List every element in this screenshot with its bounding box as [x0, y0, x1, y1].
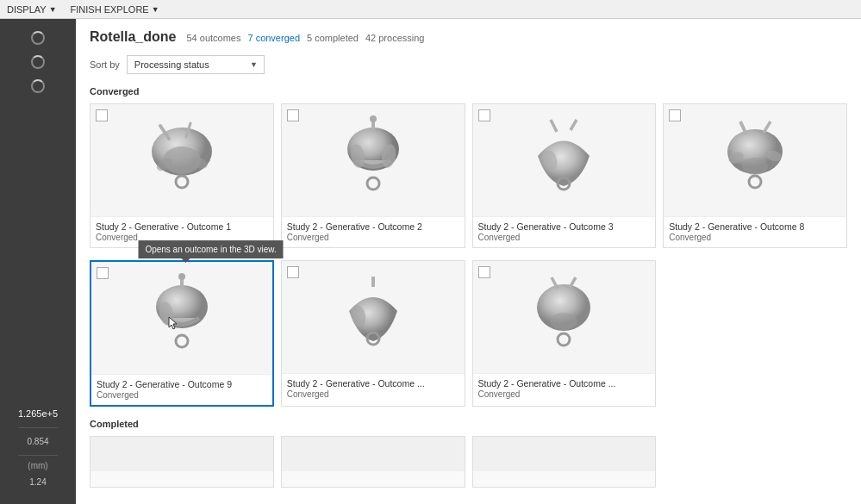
sort-select-wrapper[interactable]: Processing status Name Date: [127, 55, 265, 74]
outcome-1-shape: [139, 113, 225, 208]
finish-explore-arrow-icon: ▼: [152, 5, 159, 14]
sidebar-sub-value: 0.854: [23, 433, 52, 450]
spinner-3: [31, 79, 45, 93]
card-4-info: Study 2 - Generative - Outcome 8 Converg…: [664, 216, 846, 247]
card-11-image: [473, 261, 656, 373]
left-sidebar: 1.265e+5 0.854 (mm) 1.24: [0, 19, 76, 504]
card-11-checkbox[interactable]: [478, 266, 490, 278]
card-11-title: Study 2 - Generative - Outcome ...: [478, 378, 651, 389]
card-10-status: Converged: [287, 389, 459, 399]
card-11-status: Converged: [478, 389, 651, 399]
card-1-title: Study 2 - Generative - Outcome 1: [96, 221, 268, 232]
card-4-status: Converged: [669, 233, 841, 242]
card-1-status: Converged: [96, 233, 268, 242]
finish-explore-button[interactable]: FINISH EXPLORE ▼: [71, 4, 159, 15]
sidebar-unit: (mm): [28, 461, 47, 470]
card-outcome-1[interactable]: Study 2 - Generative - Outcome 1 Converg…: [90, 103, 274, 248]
card-outcome-10[interactable]: Study 2 - Generative - Outcome ... Conve…: [281, 260, 465, 407]
card-3-title: Study 2 - Generative - Outcome 3: [478, 221, 651, 232]
svg-point-4: [176, 176, 188, 188]
sort-select[interactable]: Processing status Name Date: [127, 55, 265, 74]
card-2-checkbox[interactable]: [287, 109, 299, 121]
card-1-image: [90, 104, 273, 216]
card-9-info: Study 2 - Generative - Outcome 9 Converg…: [91, 374, 272, 405]
display-button[interactable]: DISPLAY ▼: [7, 4, 57, 15]
project-stats: 54 outcomes 7 converged 5 completed 42 p…: [186, 33, 424, 43]
outcome-11-shape: [521, 270, 607, 364]
card-10-checkbox[interactable]: [287, 266, 299, 278]
sidebar-divider-2: [18, 455, 58, 456]
svg-point-36: [550, 313, 577, 330]
sort-label: Sort by: [90, 59, 120, 70]
spinner-2: [31, 55, 45, 69]
card-9-title: Study 2 - Generative - Outcome 9: [97, 379, 267, 389]
card-3-info: Study 2 - Generative - Outcome 3 Converg…: [473, 216, 656, 247]
project-header: Rotella_done 54 outcomes 7 converged 5 c…: [90, 29, 847, 45]
spinner-1: [31, 31, 45, 45]
card-3-image: [473, 104, 656, 216]
empty-slot: [663, 260, 847, 407]
card-4-image: [664, 104, 846, 216]
stat-completed: 5 completed: [307, 33, 359, 43]
card-11-info: Study 2 - Generative - Outcome ... Conve…: [473, 373, 656, 404]
svg-point-9: [370, 115, 377, 122]
outcome-10-shape: [330, 270, 416, 364]
converged-section-label: Converged: [90, 86, 847, 96]
svg-point-27: [176, 335, 188, 347]
sidebar-bottom: 1.265e+5 0.854 (mm) 1.24: [0, 398, 76, 497]
completed-card-1[interactable]: [90, 436, 274, 488]
card-outcome-9[interactable]: Opens an outcome in the 3D view.: [90, 260, 274, 407]
finish-explore-label: FINISH EXPLORE: [71, 4, 149, 15]
outcome-3-shape: [521, 113, 607, 208]
stat-outcomes: 54 outcomes: [186, 33, 240, 43]
completed-card-3[interactable]: [472, 436, 657, 488]
converged-cards-row1: Study 2 - Generative - Outcome 1 Converg…: [90, 103, 847, 248]
main-layout: 1.265e+5 0.854 (mm) 1.24 Rotella_done 54…: [0, 19, 861, 504]
card-10-image: [282, 261, 465, 373]
card-9-image: [91, 262, 272, 374]
card-2-image: [282, 104, 465, 216]
completed-empty-slot: [663, 436, 847, 488]
card-4-checkbox[interactable]: [669, 109, 681, 121]
card-outcome-3[interactable]: Study 2 - Generative - Outcome 3 Converg…: [472, 103, 657, 248]
card-9-status: Converged: [97, 390, 267, 400]
svg-point-35: [558, 333, 570, 345]
outcome-8-shape: [712, 113, 798, 208]
sort-row: Sort by Processing status Name Date: [90, 55, 847, 74]
card-2-title: Study 2 - Generative - Outcome 2: [287, 221, 459, 232]
svg-point-26: [178, 273, 185, 280]
svg-line-19: [764, 121, 771, 133]
converged-cards-row2: Opens an outcome in the 3D view.: [90, 260, 847, 407]
card-4-title: Study 2 - Generative - Outcome 8: [669, 221, 841, 232]
card-2-info: Study 2 - Generative - Outcome 2 Converg…: [282, 216, 465, 247]
card-10-title: Study 2 - Generative - Outcome ...: [287, 378, 459, 389]
svg-line-13: [551, 120, 557, 132]
card-3-checkbox[interactable]: [478, 109, 490, 121]
sidebar-divider: [18, 427, 58, 428]
card-1-checkbox[interactable]: [96, 109, 108, 121]
stat-processing: 42 processing: [365, 33, 425, 43]
top-bar: DISPLAY ▼ FINISH EXPLORE ▼: [0, 0, 861, 19]
card-3-status: Converged: [478, 233, 651, 242]
svg-line-14: [571, 120, 577, 130]
outcome-2-shape: [330, 113, 416, 208]
card-10-info: Study 2 - Generative - Outcome ... Conve…: [282, 373, 465, 404]
card-outcome-11[interactable]: Study 2 - Generative - Outcome ... Conve…: [472, 260, 657, 407]
completed-cards-row: [90, 436, 847, 488]
project-title: Rotella_done: [90, 29, 176, 45]
completed-card-3-image: [473, 437, 656, 471]
svg-point-23: [742, 158, 768, 175]
card-outcome-8[interactable]: Study 2 - Generative - Outcome 8 Converg…: [663, 103, 847, 248]
stat-converged: 7 converged: [247, 33, 300, 43]
sidebar-main-value: 1.265e+5: [15, 405, 61, 422]
card-2-status: Converged: [287, 233, 459, 242]
card-outcome-2[interactable]: Study 2 - Generative - Outcome 2 Converg…: [281, 103, 465, 248]
display-label: DISPLAY: [7, 4, 47, 15]
card-1-info: Study 2 - Generative - Outcome 1 Converg…: [90, 216, 273, 247]
svg-point-10: [367, 177, 379, 190]
svg-point-20: [749, 176, 761, 188]
card-9-checkbox[interactable]: [97, 267, 109, 279]
completed-card-1-image: [90, 437, 273, 471]
sidebar-unit-val: 1.24: [26, 474, 49, 490]
completed-card-2[interactable]: [281, 436, 465, 488]
